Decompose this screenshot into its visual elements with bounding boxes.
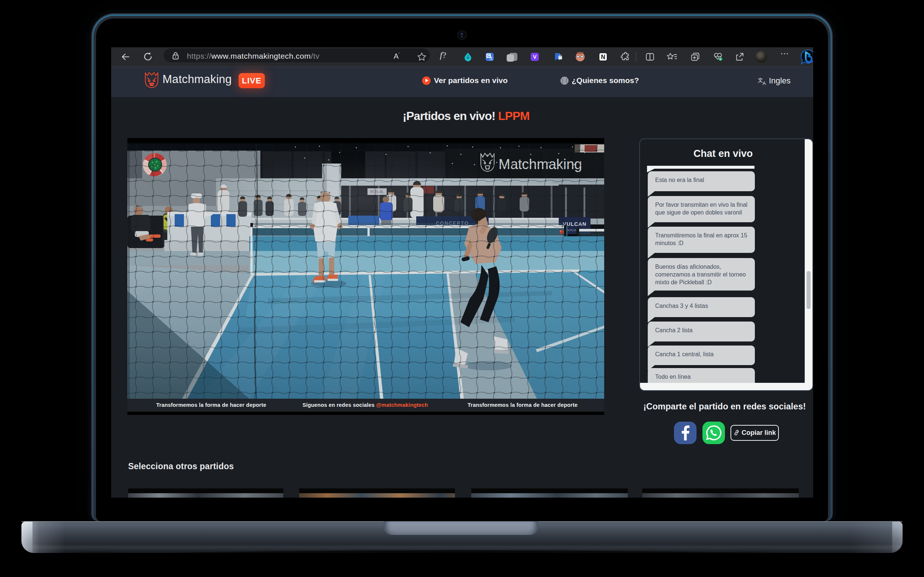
svg-text:文: 文 [758,77,763,83]
svg-text:文: 文 [489,56,493,61]
svg-text:A: A [763,81,766,85]
